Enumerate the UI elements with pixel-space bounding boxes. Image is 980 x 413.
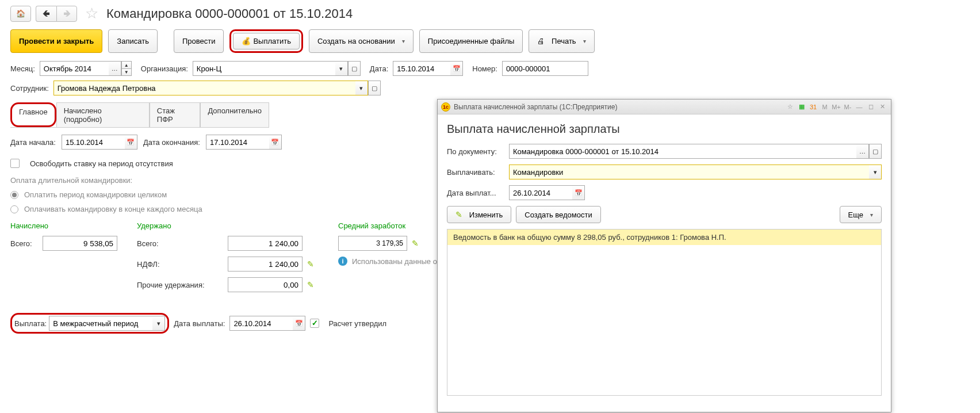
employee-input[interactable]: [53, 81, 355, 95]
withheld-heading: Удержано: [137, 221, 321, 230]
tab-accrued-detail[interactable]: Начислено (подробно): [56, 102, 150, 127]
date-end-input[interactable]: [206, 135, 269, 150]
date-label: Дата:: [370, 64, 388, 73]
dialog-star-icon[interactable]: ☆: [785, 102, 795, 112]
forward-button[interactable]: 🡺: [56, 6, 77, 22]
accrued-total-input[interactable]: [43, 236, 117, 251]
accrued-heading: Начислено: [10, 221, 120, 230]
dialog-title: Выплата начисленной зарплаты (1С:Предпри…: [454, 103, 782, 111]
date-end-calendar-button[interactable]: 📅: [269, 135, 282, 150]
post-and-close-button[interactable]: Провести и закрыть: [10, 29, 102, 53]
number-input[interactable]: [502, 61, 588, 76]
home-button[interactable]: 🏠: [10, 6, 31, 22]
dialog-cal-icon[interactable]: 31: [808, 102, 818, 112]
dialog-mplus-icon[interactable]: M+: [831, 102, 841, 112]
pay-button-highlight: 💰Выплатить: [229, 29, 303, 53]
attached-files-button[interactable]: Присоединенные файлы: [419, 29, 523, 53]
dialog-paydate-label: Дата выплат...: [447, 189, 504, 197]
employee-dropdown-button[interactable]: ▾: [355, 81, 368, 95]
number-label: Номер:: [472, 64, 497, 73]
dialog-mminus-icon[interactable]: M-: [843, 102, 853, 112]
org-open-button[interactable]: ▢: [348, 61, 361, 76]
avg-edit-icon[interactable]: ✎: [412, 239, 419, 248]
tab-extra[interactable]: Дополнительно: [200, 102, 269, 127]
radio-pay-full-label: Оплатить период командировки целиком: [24, 190, 167, 199]
tab-pfr[interactable]: Стаж ПФР: [150, 102, 201, 127]
ndfl-label: НДФЛ:: [137, 260, 223, 269]
dialog-close-icon[interactable]: ✕: [877, 102, 887, 112]
ndfl-input[interactable]: [228, 257, 303, 271]
list-item[interactable]: Ведомость в банк на общую сумму 8 298,05…: [447, 230, 881, 245]
month-spinner[interactable]: ▲▼: [121, 61, 132, 76]
dialog-more-button[interactable]: Еще: [840, 206, 882, 223]
free-rate-checkbox[interactable]: [10, 159, 20, 168]
dialog-pay-input[interactable]: [509, 165, 869, 179]
month-input[interactable]: [40, 61, 109, 76]
ndfl-edit-icon[interactable]: ✎: [307, 259, 314, 269]
dialog-doc-label: По документу:: [447, 147, 504, 156]
dialog-heading: Выплата начисленной зарплаты: [447, 123, 882, 136]
dialog-calc-icon[interactable]: ▦: [797, 102, 807, 112]
accrued-total-label: Всего:: [10, 239, 38, 248]
radio-pay-monthly: [10, 205, 18, 213]
money-icon: 💰: [242, 37, 251, 45]
avg-earnings-heading: Средний заработок: [338, 221, 453, 230]
post-button[interactable]: Провести: [174, 29, 224, 53]
dialog-pay-label: Выплачивать:: [447, 168, 504, 177]
org-input[interactable]: [193, 61, 335, 76]
app-logo-icon: 1c: [441, 102, 450, 112]
month-label: Месяц:: [10, 64, 35, 73]
date-end-label: Дата окончания:: [143, 138, 200, 147]
withheld-total-label: Всего:: [137, 239, 223, 248]
info-icon[interactable]: i: [338, 257, 347, 266]
dialog-edit-button[interactable]: ✎ Изменить: [447, 206, 511, 223]
page-title: Командировка 0000-000001 от 15.10.2014: [106, 6, 353, 21]
approved-checkbox[interactable]: [310, 319, 319, 328]
dialog-create-statements-button[interactable]: Создать ведомости: [516, 206, 600, 223]
other-edit-icon[interactable]: ✎: [307, 280, 314, 289]
dialog-maximize-icon[interactable]: ◻: [866, 102, 876, 112]
payment-label: Выплата:: [14, 319, 47, 328]
payment-mode-dropdown[interactable]: ▾: [152, 316, 165, 331]
dialog-paydate-input[interactable]: [509, 185, 572, 200]
dialog-doc-open[interactable]: ▢: [869, 144, 882, 159]
month-ellipsis-button[interactable]: …: [109, 61, 121, 76]
date-input[interactable]: [393, 61, 450, 76]
date-start-label: Дата начала:: [10, 138, 56, 147]
tab-main[interactable]: Главное: [10, 102, 56, 127]
print-button[interactable]: 🖨 Печать: [529, 29, 594, 53]
org-dropdown-button[interactable]: ▾: [335, 61, 348, 76]
printer-icon: 🖨: [537, 37, 545, 45]
paydate-calendar-button[interactable]: 📅: [293, 316, 305, 331]
date-calendar-button[interactable]: 📅: [450, 61, 463, 76]
dialog-paydate-calendar[interactable]: 📅: [572, 185, 585, 200]
dialog-pay-dropdown[interactable]: ▾: [869, 165, 882, 179]
date-start-input[interactable]: [62, 135, 125, 150]
dialog-m-icon[interactable]: M: [820, 102, 830, 112]
payout-dialog: 1c Выплата начисленной зарплаты (1С:Пред…: [437, 99, 891, 412]
avg-earnings-input[interactable]: [338, 236, 407, 251]
payment-mode-input[interactable]: [49, 316, 152, 331]
withheld-total-input[interactable]: [228, 236, 303, 251]
date-start-calendar-button[interactable]: 📅: [125, 135, 137, 150]
payment-highlight: Выплата: ▾: [10, 313, 169, 334]
employee-open-button[interactable]: ▢: [368, 81, 381, 95]
employee-label: Сотрудник:: [10, 84, 49, 93]
paydate-input[interactable]: [229, 316, 293, 331]
save-button[interactable]: Записать: [108, 29, 158, 53]
approved-label: Расчет утвердил: [328, 319, 386, 328]
dialog-minimize-icon[interactable]: —: [854, 102, 864, 112]
dialog-doc-ellipsis[interactable]: …: [856, 144, 869, 159]
avg-note-text: Использованы данные о: [352, 257, 437, 266]
radio-pay-full: [10, 191, 18, 199]
dialog-statements-list[interactable]: Ведомость в банк на общую сумму 8 298,05…: [447, 229, 882, 396]
free-rate-label: Освободить ставку на период отсутствия: [30, 159, 173, 168]
dialog-doc-input[interactable]: [509, 144, 856, 159]
back-button[interactable]: 🡸: [36, 6, 56, 22]
pay-button[interactable]: 💰Выплатить: [233, 33, 300, 49]
favorite-star-icon[interactable]: ☆: [85, 5, 98, 22]
other-withheld-input[interactable]: [228, 277, 303, 292]
other-withheld-label: Прочие удержания:: [137, 281, 223, 289]
create-based-on-button[interactable]: Создать на основании: [309, 29, 414, 53]
paydate-label: Дата выплаты:: [174, 319, 225, 328]
